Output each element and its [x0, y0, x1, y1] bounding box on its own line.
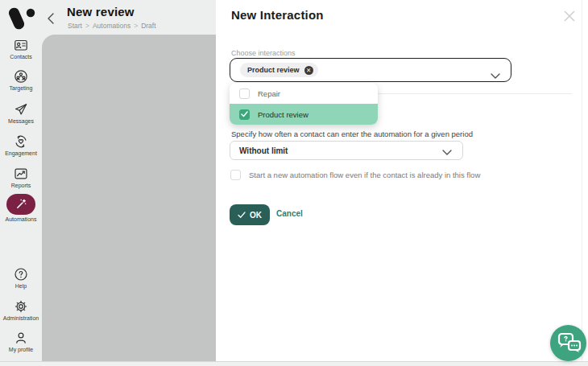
interactions-multiselect[interactable]: Product review ✕: [230, 58, 511, 82]
magic-wand-icon: [14, 197, 28, 212]
person-icon: [14, 331, 28, 345]
dropdown-option-repair[interactable]: Repair: [230, 83, 378, 104]
back-button[interactable]: [45, 12, 56, 25]
sidebar-item-label: Messages: [0, 118, 42, 124]
breadcrumb-start[interactable]: Start: [68, 22, 82, 30]
sidebar-item-label: Automations: [0, 216, 42, 222]
sidebar-item-messages[interactable]: Messages: [0, 102, 42, 124]
dialog-title: New Interaction: [231, 8, 324, 22]
restart-flow-checkbox-row[interactable]: Start a new automation flow even if the …: [230, 170, 480, 180]
breadcrumb-separator: >: [85, 22, 89, 30]
sidebar-item-administration[interactable]: Administration: [0, 299, 42, 321]
ok-button[interactable]: OK: [230, 204, 270, 225]
audience-circle-icon: [14, 69, 28, 84]
gear-icon: [14, 299, 28, 314]
sidebar-item-automations[interactable]: Automations: [0, 194, 42, 222]
chat-bubbles-icon: [550, 325, 586, 361]
page-title: New review: [67, 5, 135, 19]
restart-flow-label: Start a new automation flow even if the …: [249, 171, 480, 179]
sidebar-item-label: Targeting: [0, 85, 42, 91]
ok-button-label: OK: [250, 211, 262, 220]
new-interaction-dialog: New Interaction Choose interactions Prod…: [216, 0, 588, 361]
cancel-button[interactable]: Cancel: [276, 209, 303, 218]
breadcrumb: Start > Automations > Draft: [68, 22, 156, 30]
active-item-pill: [6, 194, 35, 215]
chevron-down-icon: [442, 149, 452, 158]
check-icon: [238, 212, 246, 219]
checkbox-checked[interactable]: [239, 109, 250, 120]
chevron-down-icon: [491, 68, 500, 83]
selected-tag: Product review ✕: [240, 63, 318, 77]
checkbox-unchecked[interactable]: [239, 88, 250, 99]
dropdown-option-label: Repair: [258, 89, 280, 98]
sidebar-item-label: Administration: [0, 315, 42, 321]
breadcrumb-draft[interactable]: Draft: [141, 22, 155, 30]
panel-edge-divider: [582, 0, 582, 361]
sidebar-item-label: Contacts: [0, 54, 42, 60]
sidebar-item-contacts[interactable]: Contacts: [0, 38, 42, 60]
window-bottom-edge: [0, 361, 588, 366]
sidebar-item-label: Engagement: [0, 150, 42, 156]
sidebar-item-engagement[interactable]: Engagement: [0, 134, 42, 156]
close-icon[interactable]: [562, 9, 577, 23]
remove-tag-icon[interactable]: ✕: [304, 66, 313, 75]
sidebar-item-my-profile[interactable]: My profile: [0, 331, 42, 352]
sidebar-item-label: Reports: [0, 183, 42, 188]
brand-logo[interactable]: [6, 6, 35, 32]
sidebar-item-label: My profile: [0, 347, 42, 352]
breadcrumb-automations[interactable]: Automations: [93, 22, 130, 30]
paper-plane-icon: [14, 102, 28, 117]
interactions-dropdown: Repair Product review: [230, 83, 378, 125]
frequency-label: Specify how often a contact can enter th…: [231, 130, 473, 138]
question-circle-icon: [14, 267, 28, 282]
sidebar-item-reports[interactable]: Reports: [0, 167, 42, 188]
frequency-select[interactable]: Without limit: [230, 141, 463, 160]
contact-card-icon: [14, 38, 28, 52]
choose-interactions-label: Choose interactions: [231, 49, 296, 57]
selected-tag-label: Product review: [247, 66, 300, 74]
frequency-value: Without limit: [239, 146, 288, 155]
dropdown-option-product-review[interactable]: Product review: [230, 104, 378, 125]
breadcrumb-separator: >: [134, 22, 138, 30]
sidebar-item-help[interactable]: Help: [0, 267, 42, 289]
heart-cycle-icon: [14, 134, 28, 149]
chart-report-icon: [14, 167, 28, 181]
dropdown-option-label: Product review: [258, 110, 308, 119]
sidebar-item-label: Help: [0, 283, 42, 289]
app-window: New Interaction Choose interactions Prod…: [0, 0, 588, 366]
sidebar-item-targeting[interactable]: Targeting: [0, 69, 42, 91]
checkbox-unchecked[interactable]: [230, 170, 241, 180]
support-chat-button[interactable]: [550, 325, 586, 361]
automation-canvas: [42, 35, 216, 361]
